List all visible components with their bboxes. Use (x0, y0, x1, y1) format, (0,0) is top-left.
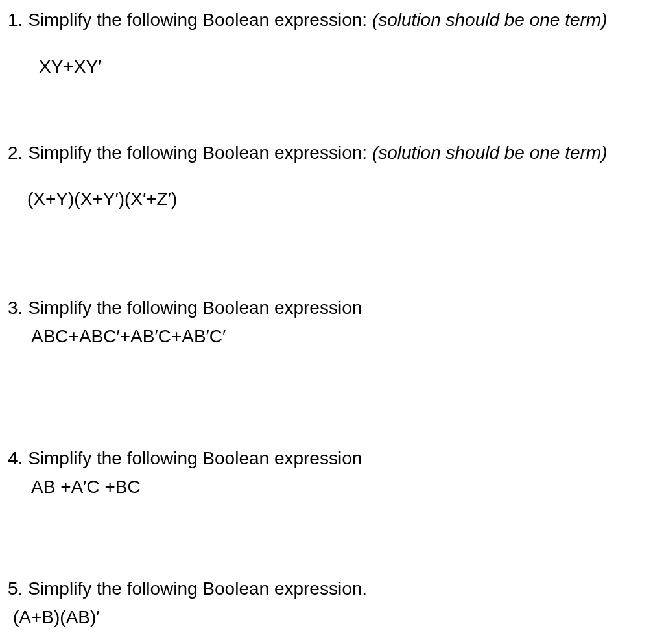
question-1-number: 1. (8, 10, 23, 30)
question-2-number: 2. (8, 143, 23, 163)
question-2-text: Simplify the following Boolean expressio… (28, 143, 367, 163)
question-1-expression: XY+XY′ (8, 54, 651, 79)
question-4-expression: AB +A′C +BC (8, 475, 651, 499)
question-3-number: 3. (8, 298, 23, 318)
question-5-number: 5. (8, 578, 23, 599)
question-2-prompt: 2. Simplify the following Boolean expres… (8, 141, 651, 165)
question-3-expression: ABC+ABC′+AB′C+AB′C′ (8, 324, 651, 349)
question-4: 4. Simplify the following Boolean expres… (8, 446, 651, 499)
question-5-expression: (A+B)(AB)′ (8, 605, 651, 630)
question-1: 1. Simplify the following Boolean expres… (8, 8, 651, 79)
question-4-text: Simplify the following Boolean expressio… (28, 448, 362, 468)
question-5-text: Simplify the following Boolean expressio… (28, 578, 367, 599)
question-3-text: Simplify the following Boolean expressio… (28, 298, 362, 318)
question-3-prompt: 3. Simplify the following Boolean expres… (8, 296, 651, 320)
question-1-prompt: 1. Simplify the following Boolean expres… (8, 8, 651, 32)
question-4-number: 4. (8, 448, 23, 468)
question-2: 2. Simplify the following Boolean expres… (8, 141, 651, 212)
question-2-hint: (solution should be one term) (372, 143, 608, 163)
question-5: 5. Simplify the following Boolean expres… (8, 577, 651, 630)
question-2-expression: (X+Y)(X+Y′)(X′+Z′) (8, 187, 651, 211)
question-5-prompt: 5. Simplify the following Boolean expres… (8, 577, 651, 601)
question-3: 3. Simplify the following Boolean expres… (8, 296, 651, 349)
question-4-prompt: 4. Simplify the following Boolean expres… (8, 446, 651, 471)
question-1-hint: (solution should be one term) (372, 10, 608, 30)
question-1-text: Simplify the following Boolean expressio… (28, 10, 367, 30)
